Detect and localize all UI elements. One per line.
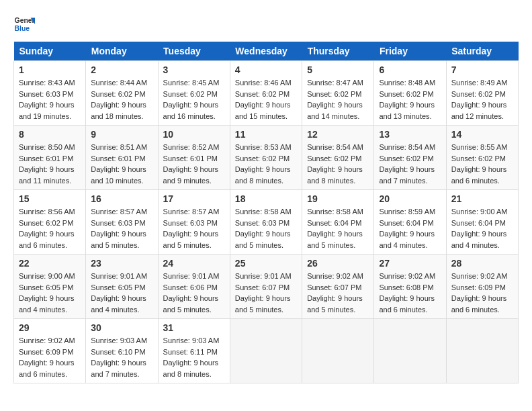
- day-number: 27: [379, 258, 441, 269]
- calendar-day: [446, 319, 518, 383]
- day-info: Sunrise: 9:02 AM Sunset: 6:09 PM Dayligh…: [451, 271, 513, 315]
- calendar-day: 12 Sunrise: 8:54 AM Sunset: 6:02 PM Dayl…: [302, 126, 374, 190]
- header-monday: Monday: [86, 42, 158, 61]
- calendar-day: 30 Sunrise: 9:03 AM Sunset: 6:10 PM Dayl…: [86, 319, 158, 383]
- day-number: 4: [235, 64, 297, 75]
- day-info: Sunrise: 8:45 AM Sunset: 6:02 PM Dayligh…: [163, 77, 225, 122]
- day-info: Sunrise: 9:01 AM Sunset: 6:05 PM Dayligh…: [91, 271, 152, 315]
- day-info: Sunrise: 9:02 AM Sunset: 6:09 PM Dayligh…: [19, 335, 81, 379]
- day-info: Sunrise: 8:58 AM Sunset: 6:03 PM Dayligh…: [235, 206, 297, 250]
- day-number: 28: [451, 258, 513, 269]
- day-number: 1: [19, 64, 81, 75]
- day-info: Sunrise: 8:57 AM Sunset: 6:03 PM Dayligh…: [163, 206, 225, 250]
- calendar-day: 20 Sunrise: 8:59 AM Sunset: 6:04 PM Dayl…: [374, 190, 446, 255]
- calendar-day: [230, 319, 302, 383]
- day-number: 24: [163, 258, 225, 269]
- day-info: Sunrise: 8:51 AM Sunset: 6:01 PM Dayligh…: [91, 142, 152, 186]
- day-info: Sunrise: 8:43 AM Sunset: 6:03 PM Dayligh…: [19, 77, 81, 122]
- day-number: 6: [379, 64, 441, 75]
- header: General Blue: [13, 13, 519, 35]
- day-number: 30: [91, 322, 152, 333]
- day-number: 25: [235, 258, 297, 269]
- day-info: Sunrise: 9:01 AM Sunset: 6:07 PM Dayligh…: [235, 271, 297, 315]
- header-wednesday: Wednesday: [230, 42, 302, 61]
- calendar-day: 28 Sunrise: 9:02 AM Sunset: 6:09 PM Dayl…: [446, 255, 518, 319]
- day-info: Sunrise: 8:47 AM Sunset: 6:02 PM Dayligh…: [307, 77, 369, 122]
- day-number: 7: [451, 64, 513, 75]
- svg-text:Blue: Blue: [15, 25, 30, 32]
- day-number: 3: [163, 64, 225, 75]
- calendar-day: 10 Sunrise: 8:52 AM Sunset: 6:01 PM Dayl…: [158, 126, 230, 190]
- day-number: 20: [379, 193, 441, 204]
- calendar-day: 29 Sunrise: 9:02 AM Sunset: 6:09 PM Dayl…: [14, 319, 86, 383]
- calendar-week-row: 22 Sunrise: 9:00 AM Sunset: 6:05 PM Dayl…: [14, 255, 519, 319]
- day-number: 29: [19, 322, 81, 333]
- weekday-header-row: Sunday Monday Tuesday Wednesday Thursday…: [14, 42, 519, 61]
- calendar-day: [374, 319, 446, 383]
- day-info: Sunrise: 9:02 AM Sunset: 6:07 PM Dayligh…: [307, 271, 369, 315]
- calendar-day: 9 Sunrise: 8:51 AM Sunset: 6:01 PM Dayli…: [86, 126, 158, 190]
- day-number: 21: [451, 193, 513, 204]
- header-saturday: Saturday: [446, 42, 518, 61]
- calendar-day: 19 Sunrise: 8:58 AM Sunset: 6:04 PM Dayl…: [302, 190, 374, 255]
- day-info: Sunrise: 9:00 AM Sunset: 6:05 PM Dayligh…: [19, 271, 81, 315]
- calendar-day: 17 Sunrise: 8:57 AM Sunset: 6:03 PM Dayl…: [158, 190, 230, 255]
- day-info: Sunrise: 9:02 AM Sunset: 6:08 PM Dayligh…: [379, 271, 441, 315]
- calendar-day: 3 Sunrise: 8:45 AM Sunset: 6:02 PM Dayli…: [158, 61, 230, 126]
- calendar-day: 31 Sunrise: 9:03 AM Sunset: 6:11 PM Dayl…: [158, 319, 230, 383]
- day-number: 2: [91, 64, 152, 75]
- day-number: 11: [235, 129, 297, 140]
- day-number: 16: [91, 193, 152, 204]
- header-friday: Friday: [374, 42, 446, 61]
- day-number: 9: [91, 129, 152, 140]
- day-info: Sunrise: 9:01 AM Sunset: 6:06 PM Dayligh…: [163, 271, 225, 315]
- calendar-day: 22 Sunrise: 9:00 AM Sunset: 6:05 PM Dayl…: [14, 255, 86, 319]
- day-info: Sunrise: 8:56 AM Sunset: 6:02 PM Dayligh…: [19, 206, 81, 250]
- calendar-week-row: 1 Sunrise: 8:43 AM Sunset: 6:03 PM Dayli…: [14, 61, 519, 126]
- calendar-day: 15 Sunrise: 8:56 AM Sunset: 6:02 PM Dayl…: [14, 190, 86, 255]
- day-number: 13: [379, 129, 441, 140]
- logo: General Blue: [13, 13, 35, 35]
- calendar-day: 4 Sunrise: 8:46 AM Sunset: 6:02 PM Dayli…: [230, 61, 302, 126]
- day-info: Sunrise: 9:03 AM Sunset: 6:11 PM Dayligh…: [163, 335, 225, 379]
- day-info: Sunrise: 8:58 AM Sunset: 6:04 PM Dayligh…: [307, 206, 369, 250]
- calendar-day: 5 Sunrise: 8:47 AM Sunset: 6:02 PM Dayli…: [302, 61, 374, 126]
- calendar-day: [302, 319, 374, 383]
- calendar-day: 16 Sunrise: 8:57 AM Sunset: 6:03 PM Dayl…: [86, 190, 158, 255]
- calendar-day: 1 Sunrise: 8:43 AM Sunset: 6:03 PM Dayli…: [14, 61, 86, 126]
- calendar-day: 11 Sunrise: 8:53 AM Sunset: 6:02 PM Dayl…: [230, 126, 302, 190]
- day-number: 22: [19, 258, 81, 269]
- calendar-day: 26 Sunrise: 9:02 AM Sunset: 6:07 PM Dayl…: [302, 255, 374, 319]
- day-number: 12: [307, 129, 369, 140]
- calendar-day: 2 Sunrise: 8:44 AM Sunset: 6:02 PM Dayli…: [86, 61, 158, 126]
- calendar-day: 21 Sunrise: 9:00 AM Sunset: 6:04 PM Dayl…: [446, 190, 518, 255]
- day-number: 15: [19, 193, 81, 204]
- calendar-table: Sunday Monday Tuesday Wednesday Thursday…: [13, 42, 519, 383]
- day-number: 26: [307, 258, 369, 269]
- calendar-day: 8 Sunrise: 8:50 AM Sunset: 6:01 PM Dayli…: [14, 126, 86, 190]
- calendar-day: 23 Sunrise: 9:01 AM Sunset: 6:05 PM Dayl…: [86, 255, 158, 319]
- day-info: Sunrise: 8:50 AM Sunset: 6:01 PM Dayligh…: [19, 142, 81, 186]
- day-info: Sunrise: 8:59 AM Sunset: 6:04 PM Dayligh…: [379, 206, 441, 250]
- calendar-week-row: 8 Sunrise: 8:50 AM Sunset: 6:01 PM Dayli…: [14, 126, 519, 190]
- calendar-day: 24 Sunrise: 9:01 AM Sunset: 6:06 PM Dayl…: [158, 255, 230, 319]
- header-thursday: Thursday: [302, 42, 374, 61]
- day-number: 10: [163, 129, 225, 140]
- day-info: Sunrise: 9:00 AM Sunset: 6:04 PM Dayligh…: [451, 206, 513, 250]
- day-number: 5: [307, 64, 369, 75]
- logo-icon: General Blue: [13, 13, 35, 35]
- day-info: Sunrise: 8:44 AM Sunset: 6:02 PM Dayligh…: [91, 77, 152, 122]
- calendar-day: 25 Sunrise: 9:01 AM Sunset: 6:07 PM Dayl…: [230, 255, 302, 319]
- header-sunday: Sunday: [14, 42, 86, 61]
- calendar-day: 6 Sunrise: 8:48 AM Sunset: 6:02 PM Dayli…: [374, 61, 446, 126]
- day-info: Sunrise: 8:57 AM Sunset: 6:03 PM Dayligh…: [91, 206, 152, 250]
- day-number: 18: [235, 193, 297, 204]
- day-info: Sunrise: 8:54 AM Sunset: 6:02 PM Dayligh…: [379, 142, 441, 186]
- day-info: Sunrise: 8:55 AM Sunset: 6:02 PM Dayligh…: [451, 142, 513, 186]
- calendar-day: 27 Sunrise: 9:02 AM Sunset: 6:08 PM Dayl…: [374, 255, 446, 319]
- calendar-week-row: 15 Sunrise: 8:56 AM Sunset: 6:02 PM Dayl…: [14, 190, 519, 255]
- day-info: Sunrise: 8:46 AM Sunset: 6:02 PM Dayligh…: [235, 77, 297, 122]
- day-info: Sunrise: 8:49 AM Sunset: 6:02 PM Dayligh…: [451, 77, 513, 122]
- day-number: 8: [19, 129, 81, 140]
- calendar-day: 7 Sunrise: 8:49 AM Sunset: 6:02 PM Dayli…: [446, 61, 518, 126]
